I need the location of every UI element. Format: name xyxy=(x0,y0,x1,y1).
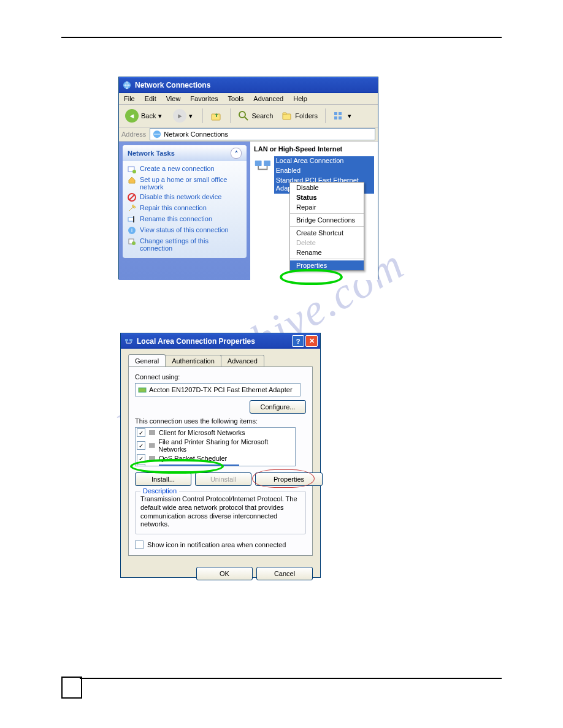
folder-up-icon xyxy=(210,110,223,122)
tab-strip: General Authentication Advanced xyxy=(128,355,313,366)
home-network-icon xyxy=(128,176,136,184)
adapter-field[interactable]: Accton EN1207D-TX PCI Fast Ethernet Adap… xyxy=(135,383,301,396)
titlebar[interactable]: Network Connections xyxy=(119,77,378,93)
search-label: Search xyxy=(251,112,273,119)
new-connection-icon xyxy=(128,165,136,173)
configure-button[interactable]: Configure... xyxy=(250,400,306,414)
connection-items-list[interactable]: ✓ Client for Microsoft Networks ✓ File a… xyxy=(135,427,296,466)
show-icon-checkbox[interactable] xyxy=(135,540,144,549)
collapse-arrow-icon[interactable]: ˄ xyxy=(231,148,242,159)
repair-icon xyxy=(128,204,136,213)
back-button[interactable]: ◄ Back ▾ xyxy=(121,108,168,124)
task-label: Repair this connection xyxy=(140,204,207,213)
menu-favorites[interactable]: Favorites xyxy=(188,94,220,103)
connection-name: Local Area Connection xyxy=(274,156,374,166)
list-item[interactable]: ✓ Client for Microsoft Networks xyxy=(136,428,295,438)
description-text: Transmission Control Protocol/Internet P… xyxy=(140,495,301,529)
menu-view[interactable]: View xyxy=(164,94,183,103)
tab-general[interactable]: General xyxy=(128,354,166,366)
description-legend: Description xyxy=(140,487,179,495)
svg-point-2 xyxy=(239,112,245,118)
svg-rect-15 xyxy=(128,218,134,221)
tab-advanced[interactable]: Advanced xyxy=(221,355,264,366)
menu-separator xyxy=(290,259,364,259)
lan-properties-dialog: Local Area Connection Properties ? ✕ Gen… xyxy=(120,333,321,578)
main-content[interactable]: LAN or High-Speed Internet Local Area Co… xyxy=(250,142,378,280)
checkbox-icon[interactable]: ✓ xyxy=(137,454,145,463)
forward-button[interactable]: ► ▾ xyxy=(169,108,199,124)
task-create-connection[interactable]: Create a new connection xyxy=(128,164,242,175)
chevron-down-icon[interactable]: ▾ xyxy=(158,112,164,120)
item-label: Internet Protocol (TCP/IP) xyxy=(159,464,239,466)
menu-item-disable[interactable]: Disable xyxy=(290,183,364,192)
nic-icon xyxy=(138,385,147,394)
list-item-selected[interactable]: ✓ Internet Protocol (TCP/IP) xyxy=(136,463,295,466)
menu-item-properties[interactable]: Properties xyxy=(290,260,364,270)
address-value: Network Connections xyxy=(164,131,228,138)
menu-edit[interactable]: Edit xyxy=(142,94,159,103)
task-repair-connection[interactable]: Repair this connection xyxy=(128,203,242,214)
install-button[interactable]: Install... xyxy=(135,472,191,486)
menu-item-delete: Delete xyxy=(290,238,364,248)
chevron-down-icon[interactable]: ▾ xyxy=(348,112,354,120)
ok-button[interactable]: OK xyxy=(196,567,253,580)
protocol-icon xyxy=(148,464,156,466)
list-item[interactable]: ✓ QoS Packet Scheduler xyxy=(136,453,295,463)
menu-item-bridge[interactable]: Bridge Connections xyxy=(290,215,364,225)
network-connections-window: Network Connections File Edit View Favor… xyxy=(118,77,378,279)
folders-button[interactable]: Folders xyxy=(278,109,321,123)
task-setup-network[interactable]: Set up a home or small office network xyxy=(128,175,242,192)
chevron-down-icon[interactable]: ▾ xyxy=(189,112,195,120)
tab-authentication[interactable]: Authentication xyxy=(165,355,221,366)
forward-arrow-icon: ► xyxy=(173,109,186,123)
menu-file[interactable]: File xyxy=(121,94,137,103)
menu-item-create-shortcut[interactable]: Create Shortcut xyxy=(290,228,364,238)
cancel-button[interactable]: Cancel xyxy=(256,567,313,580)
menu-item-repair[interactable]: Repair xyxy=(290,202,364,212)
toolbar-separator xyxy=(230,108,231,123)
connection-icon xyxy=(124,337,133,346)
search-button[interactable]: Search xyxy=(234,109,277,123)
up-button[interactable] xyxy=(207,108,226,123)
checkbox-icon[interactable]: ✓ xyxy=(137,441,145,450)
menu-item-rename[interactable]: Rename xyxy=(290,248,364,257)
connect-using-label: Connect using: xyxy=(135,373,306,381)
svg-rect-21 xyxy=(255,161,262,166)
address-field[interactable]: Network Connections xyxy=(150,128,375,140)
svg-rect-25 xyxy=(139,388,146,392)
task-label: Create a new connection xyxy=(140,165,215,173)
svg-rect-8 xyxy=(334,116,337,119)
titlebar[interactable]: Local Area Connection Properties ? ✕ xyxy=(121,333,320,349)
menu-advanced[interactable]: Advanced xyxy=(251,94,286,103)
help-button[interactable]: ? xyxy=(292,335,304,347)
checkbox-icon[interactable]: ✓ xyxy=(137,428,145,437)
menu-help[interactable]: Help xyxy=(291,94,310,103)
svg-rect-27 xyxy=(149,443,155,448)
section-header: LAN or High-Speed Internet xyxy=(254,145,374,153)
checkbox-icon[interactable]: ✓ xyxy=(137,464,145,466)
menu-item-status[interactable]: Status xyxy=(290,192,364,202)
properties-button[interactable]: Properties xyxy=(255,472,323,486)
menu-tools[interactable]: Tools xyxy=(226,94,247,103)
task-label: Disable this network device xyxy=(140,193,221,202)
task-view-status[interactable]: i View status of this connection xyxy=(128,225,242,236)
tasks-title: Network Tasks xyxy=(128,150,175,157)
network-icon xyxy=(123,81,131,89)
network-tasks-panel: Network Tasks ˄ Create a new connection … xyxy=(123,145,247,258)
svg-rect-16 xyxy=(133,216,134,222)
task-change-settings[interactable]: Change settings of this connection xyxy=(128,236,242,253)
network-tasks-header[interactable]: Network Tasks ˄ xyxy=(123,145,247,161)
task-disable-device[interactable]: Disable this network device xyxy=(128,192,242,203)
views-button[interactable]: ▾ xyxy=(329,109,358,123)
close-button[interactable]: ✕ xyxy=(305,335,318,347)
views-icon xyxy=(333,110,345,121)
menu-separator xyxy=(290,226,364,227)
task-rename-connection[interactable]: Rename this connection xyxy=(128,214,242,225)
svg-rect-6 xyxy=(334,112,337,115)
svg-rect-28 xyxy=(149,456,155,461)
address-label: Address xyxy=(121,131,146,138)
list-item[interactable]: ✓ File and Printer Sharing for Microsoft… xyxy=(136,438,295,453)
context-menu: Disable Status Repair Bridge Connections… xyxy=(289,182,364,271)
tab-panel-general: Connect using: Accton EN1207D-TX PCI Fas… xyxy=(128,366,313,556)
search-icon xyxy=(238,110,249,121)
